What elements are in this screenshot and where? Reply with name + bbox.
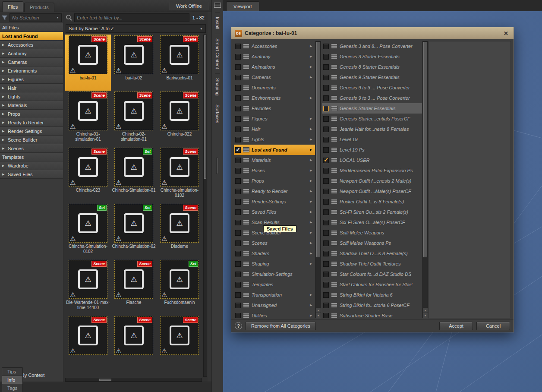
category-row-genesis-8-starter-essentials[interactable]: Genesis 8 Starter Essentials (322, 62, 422, 72)
expand-arrow-icon[interactable] (2, 69, 6, 73)
category-checkbox[interactable] (235, 292, 241, 298)
category-row-saved-files[interactable]: Saved Files (234, 207, 315, 217)
expand-arrow-icon[interactable] (310, 158, 314, 162)
sidebar-item-saved-files[interactable]: Saved Files (0, 170, 63, 179)
sidebar-item-accessories[interactable]: Accessories (0, 41, 63, 49)
category-checkbox[interactable] (235, 95, 241, 101)
sidebar-item-scenes[interactable]: Scenes (0, 144, 63, 153)
thumbnail-image[interactable]: Scene (114, 316, 153, 355)
sidebar-item-scene-builder[interactable]: Scene Builder (0, 136, 63, 144)
category-checkbox[interactable] (323, 220, 329, 225)
category-row-shaders[interactable]: Shaders (234, 248, 315, 259)
scrollbar-thumb[interactable] (99, 379, 111, 381)
thumbnail-fuchsdomaenin[interactable]: Set Fuchsdomaenin (157, 259, 202, 315)
category-row-utilities[interactable]: Utilities (234, 310, 315, 318)
category-checkbox[interactable] (323, 261, 329, 267)
side-tab-surfaces[interactable]: Surfaces (215, 100, 220, 127)
category-row-star-colours-for-banshee-for-star[interactable]: Star! Colours for Banshee for Star! (322, 279, 422, 290)
grid-vertical-scrollbar[interactable] (203, 35, 207, 377)
category-row-documents[interactable]: Documents (234, 82, 315, 93)
sidebar-item-environments[interactable]: Environments (0, 66, 63, 75)
thumbnail-partial-18[interactable]: Scene (157, 315, 202, 371)
category-checkbox[interactable] (323, 106, 329, 111)
thumbnail-die-wartende-01-max-time-14400[interactable]: Scene Die-Wartende-01-max-time-14400 (65, 259, 111, 315)
expand-arrow-icon[interactable] (310, 303, 314, 307)
category-checkbox[interactable] (235, 209, 241, 215)
category-row-animations[interactable]: Animations (234, 62, 315, 72)
category-row-genesis-9-starter-essentials[interactable]: Genesis 9 Starter Essentials (322, 72, 422, 82)
expand-arrow-icon[interactable] (2, 112, 6, 116)
thumbnail-image[interactable]: Scene (114, 92, 153, 130)
thumbnail-image[interactable]: Scene (114, 35, 153, 74)
scroll-down-icon[interactable] (423, 313, 428, 318)
expand-arrow-icon[interactable] (310, 241, 314, 245)
category-checkbox[interactable] (235, 168, 241, 174)
category-row-shaping[interactable]: Shaping (234, 259, 315, 269)
expand-arrow-icon[interactable] (2, 173, 6, 176)
category-row-anatomy[interactable]: Anatomy (234, 51, 315, 62)
category-checkbox[interactable] (323, 168, 329, 174)
category-row-environments[interactable]: Environments (234, 93, 315, 103)
close-icon[interactable] (502, 30, 510, 37)
thumbnail-image[interactable]: Scene (69, 92, 107, 130)
expand-arrow-icon[interactable] (310, 190, 314, 193)
category-checkbox[interactable] (323, 230, 329, 236)
category-checkbox[interactable] (235, 158, 241, 163)
category-row-shadow-thief-outfit-textures[interactable]: Shadow Thief Outfit Textures (322, 259, 422, 269)
category-row-subsurface-shader-base[interactable]: Subsurface Shader Base (322, 310, 422, 318)
selection-filter-dropdown[interactable]: No Selection (9, 13, 62, 22)
work-offline-button[interactable]: Work Offline (169, 2, 209, 10)
expand-arrow-icon[interactable] (310, 210, 314, 214)
scrollbar-thumb[interactable] (204, 35, 206, 179)
category-checkbox[interactable] (323, 85, 329, 91)
expand-arrow-icon[interactable] (310, 231, 314, 234)
expand-arrow-icon[interactable] (310, 314, 314, 317)
thumbnail-image[interactable]: Scene (69, 148, 107, 187)
category-checkbox[interactable] (323, 292, 329, 298)
tab-viewport[interactable]: Viewport (226, 1, 259, 11)
thumbnail-chincha-02-simulation-01[interactable]: Scene Chincha-02-simulation-01 (111, 91, 157, 147)
help-button[interactable]: ? (235, 322, 242, 329)
category-row-level-19[interactable]: Level 19 (322, 134, 422, 145)
thumbnail-image[interactable]: Scene (114, 260, 153, 299)
thumbnail-image[interactable]: Set (114, 204, 153, 243)
category-row-scifi-melee-weapons-ps[interactable]: Scifi Melee Weapons Ps (322, 238, 422, 248)
category-checkbox[interactable] (235, 54, 241, 60)
category-row-cameras[interactable]: Cameras (234, 72, 315, 82)
category-checkbox[interactable] (323, 240, 329, 246)
category-row-genesis-9-to-3-pose-converter[interactable]: Genesis 9 to 3 ... Pose Converter (322, 82, 422, 93)
category-checkbox[interactable] (323, 282, 329, 288)
sidebar-item-all-files[interactable]: All Files (0, 23, 63, 32)
category-checkbox[interactable] (235, 272, 241, 277)
category-checkbox[interactable] (323, 137, 329, 142)
thumbnail-chincha-023[interactable]: Scene Chincha-023 (65, 147, 111, 203)
thumbnail-partial-17[interactable]: Scene (111, 315, 157, 371)
expand-arrow-icon[interactable] (310, 96, 314, 100)
category-checkbox[interactable] (235, 220, 241, 225)
thumbnail-image[interactable]: Scene (69, 260, 107, 299)
expand-arrow-icon[interactable] (310, 252, 314, 255)
category-checkbox[interactable] (323, 209, 329, 215)
sidebar-item-hair[interactable]: Hair (0, 84, 63, 92)
expand-arrow-icon[interactable] (2, 164, 6, 168)
sidebar-item-templates[interactable]: Templates (0, 153, 63, 161)
category-checkbox[interactable] (235, 64, 241, 70)
expand-arrow-icon[interactable] (2, 78, 6, 81)
expand-arrow-icon[interactable] (2, 43, 6, 47)
expand-arrow-icon[interactable] (310, 200, 314, 203)
side-tab-smart-content[interactable]: Smart Content (215, 34, 220, 73)
category-checkbox[interactable] (235, 189, 241, 194)
thumbnail-bai-lu-02[interactable]: Scene bai-lu-02 (111, 35, 157, 91)
category-row-genesis-3-starter-essentials[interactable]: Genesis 3 Starter Essentials (322, 51, 422, 62)
category-checkbox[interactable] (323, 126, 329, 132)
category-checkbox[interactable] (235, 178, 241, 184)
category-row-scenes[interactable]: Scenes (234, 238, 315, 248)
category-checkbox[interactable] (323, 116, 329, 122)
expand-arrow-icon[interactable] (310, 55, 314, 58)
category-checkbox[interactable] (323, 95, 329, 101)
category-row-genesis-3-and-8-pose-converter[interactable]: Genesis 3 and 8... Pose Converter (322, 41, 422, 51)
bottom-tab-tips[interactable]: Tips (2, 367, 23, 376)
thumbnail-partial-16[interactable]: Scene (65, 315, 111, 371)
category-row-local-user[interactable]: LOCAL USER (322, 155, 422, 165)
left-list-scrollbar[interactable] (315, 41, 321, 318)
